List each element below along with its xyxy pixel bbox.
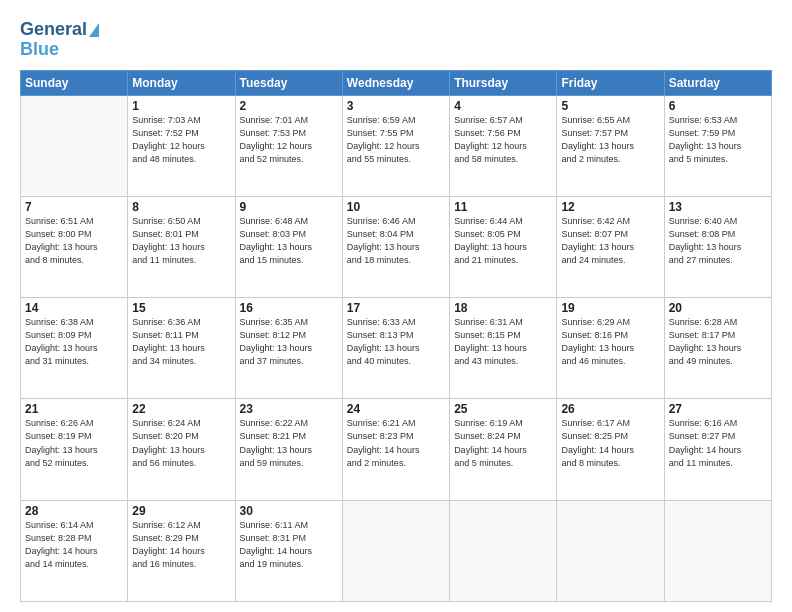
week-row-4: 21Sunrise: 6:26 AMSunset: 8:19 PMDayligh… [21,399,772,500]
day-number: 18 [454,301,552,315]
day-number: 13 [669,200,767,214]
day-info: Sunrise: 6:38 AMSunset: 8:09 PMDaylight:… [25,316,123,368]
logo-line1: General [20,20,99,40]
day-info: Sunrise: 6:44 AMSunset: 8:05 PMDaylight:… [454,215,552,267]
day-info: Sunrise: 6:55 AMSunset: 7:57 PMDaylight:… [561,114,659,166]
calendar-cell [664,500,771,601]
day-info: Sunrise: 6:46 AMSunset: 8:04 PMDaylight:… [347,215,445,267]
day-info: Sunrise: 6:16 AMSunset: 8:27 PMDaylight:… [669,417,767,469]
calendar-cell: 9Sunrise: 6:48 AMSunset: 8:03 PMDaylight… [235,196,342,297]
calendar-cell [557,500,664,601]
day-info: Sunrise: 6:50 AMSunset: 8:01 PMDaylight:… [132,215,230,267]
day-number: 8 [132,200,230,214]
day-number: 29 [132,504,230,518]
calendar-header: SundayMondayTuesdayWednesdayThursdayFrid… [21,70,772,95]
calendar-cell: 17Sunrise: 6:33 AMSunset: 8:13 PMDayligh… [342,298,449,399]
day-info: Sunrise: 6:24 AMSunset: 8:20 PMDaylight:… [132,417,230,469]
calendar-cell: 6Sunrise: 6:53 AMSunset: 7:59 PMDaylight… [664,95,771,196]
calendar-cell [21,95,128,196]
day-info: Sunrise: 6:57 AMSunset: 7:56 PMDaylight:… [454,114,552,166]
calendar-cell: 12Sunrise: 6:42 AMSunset: 8:07 PMDayligh… [557,196,664,297]
week-row-5: 28Sunrise: 6:14 AMSunset: 8:28 PMDayligh… [21,500,772,601]
logo-line2: Blue [20,40,59,60]
day-info: Sunrise: 6:48 AMSunset: 8:03 PMDaylight:… [240,215,338,267]
day-header-tuesday: Tuesday [235,70,342,95]
day-info: Sunrise: 6:14 AMSunset: 8:28 PMDaylight:… [25,519,123,571]
day-header-saturday: Saturday [664,70,771,95]
calendar-cell: 2Sunrise: 7:01 AMSunset: 7:53 PMDaylight… [235,95,342,196]
day-number: 30 [240,504,338,518]
day-number: 14 [25,301,123,315]
calendar-cell: 20Sunrise: 6:28 AMSunset: 8:17 PMDayligh… [664,298,771,399]
calendar-cell: 26Sunrise: 6:17 AMSunset: 8:25 PMDayligh… [557,399,664,500]
day-info: Sunrise: 6:26 AMSunset: 8:19 PMDaylight:… [25,417,123,469]
day-info: Sunrise: 6:31 AMSunset: 8:15 PMDaylight:… [454,316,552,368]
calendar-cell: 21Sunrise: 6:26 AMSunset: 8:19 PMDayligh… [21,399,128,500]
logo-text-general: General [20,20,87,40]
calendar-cell: 16Sunrise: 6:35 AMSunset: 8:12 PMDayligh… [235,298,342,399]
calendar-cell: 14Sunrise: 6:38 AMSunset: 8:09 PMDayligh… [21,298,128,399]
calendar-cell: 28Sunrise: 6:14 AMSunset: 8:28 PMDayligh… [21,500,128,601]
calendar-cell: 5Sunrise: 6:55 AMSunset: 7:57 PMDaylight… [557,95,664,196]
calendar-table: SundayMondayTuesdayWednesdayThursdayFrid… [20,70,772,602]
day-info: Sunrise: 6:12 AMSunset: 8:29 PMDaylight:… [132,519,230,571]
day-number: 17 [347,301,445,315]
day-info: Sunrise: 6:53 AMSunset: 7:59 PMDaylight:… [669,114,767,166]
day-info: Sunrise: 6:17 AMSunset: 8:25 PMDaylight:… [561,417,659,469]
day-info: Sunrise: 6:42 AMSunset: 8:07 PMDaylight:… [561,215,659,267]
calendar-cell: 8Sunrise: 6:50 AMSunset: 8:01 PMDaylight… [128,196,235,297]
day-info: Sunrise: 7:03 AMSunset: 7:52 PMDaylight:… [132,114,230,166]
day-number: 16 [240,301,338,315]
day-number: 5 [561,99,659,113]
day-number: 28 [25,504,123,518]
week-row-3: 14Sunrise: 6:38 AMSunset: 8:09 PMDayligh… [21,298,772,399]
calendar-cell: 13Sunrise: 6:40 AMSunset: 8:08 PMDayligh… [664,196,771,297]
logo-text-blue: Blue [20,40,59,60]
day-number: 3 [347,99,445,113]
calendar-cell: 4Sunrise: 6:57 AMSunset: 7:56 PMDaylight… [450,95,557,196]
calendar-cell: 24Sunrise: 6:21 AMSunset: 8:23 PMDayligh… [342,399,449,500]
day-info: Sunrise: 6:11 AMSunset: 8:31 PMDaylight:… [240,519,338,571]
calendar-cell: 15Sunrise: 6:36 AMSunset: 8:11 PMDayligh… [128,298,235,399]
day-number: 27 [669,402,767,416]
day-number: 23 [240,402,338,416]
day-number: 11 [454,200,552,214]
day-info: Sunrise: 7:01 AMSunset: 7:53 PMDaylight:… [240,114,338,166]
calendar-cell: 10Sunrise: 6:46 AMSunset: 8:04 PMDayligh… [342,196,449,297]
day-info: Sunrise: 6:21 AMSunset: 8:23 PMDaylight:… [347,417,445,469]
day-number: 20 [669,301,767,315]
calendar-cell: 7Sunrise: 6:51 AMSunset: 8:00 PMDaylight… [21,196,128,297]
day-info: Sunrise: 6:36 AMSunset: 8:11 PMDaylight:… [132,316,230,368]
day-number: 24 [347,402,445,416]
calendar-cell: 19Sunrise: 6:29 AMSunset: 8:16 PMDayligh… [557,298,664,399]
day-number: 25 [454,402,552,416]
day-info: Sunrise: 6:51 AMSunset: 8:00 PMDaylight:… [25,215,123,267]
logo-icon [89,23,99,37]
day-number: 4 [454,99,552,113]
day-info: Sunrise: 6:40 AMSunset: 8:08 PMDaylight:… [669,215,767,267]
calendar-cell: 23Sunrise: 6:22 AMSunset: 8:21 PMDayligh… [235,399,342,500]
calendar-cell: 25Sunrise: 6:19 AMSunset: 8:24 PMDayligh… [450,399,557,500]
week-row-1: 1Sunrise: 7:03 AMSunset: 7:52 PMDaylight… [21,95,772,196]
day-header-thursday: Thursday [450,70,557,95]
day-number: 9 [240,200,338,214]
day-number: 22 [132,402,230,416]
day-info: Sunrise: 6:28 AMSunset: 8:17 PMDaylight:… [669,316,767,368]
calendar-cell [342,500,449,601]
day-info: Sunrise: 6:22 AMSunset: 8:21 PMDaylight:… [240,417,338,469]
calendar-cell [450,500,557,601]
day-number: 15 [132,301,230,315]
day-info: Sunrise: 6:33 AMSunset: 8:13 PMDaylight:… [347,316,445,368]
calendar-cell: 1Sunrise: 7:03 AMSunset: 7:52 PMDaylight… [128,95,235,196]
calendar: SundayMondayTuesdayWednesdayThursdayFrid… [20,70,772,602]
day-info: Sunrise: 6:19 AMSunset: 8:24 PMDaylight:… [454,417,552,469]
day-number: 21 [25,402,123,416]
day-number: 1 [132,99,230,113]
calendar-cell: 18Sunrise: 6:31 AMSunset: 8:15 PMDayligh… [450,298,557,399]
day-info: Sunrise: 6:29 AMSunset: 8:16 PMDaylight:… [561,316,659,368]
day-number: 10 [347,200,445,214]
page: General Blue SundayMondayTuesdayWednesda… [0,0,792,612]
header: General Blue [20,20,772,60]
day-number: 26 [561,402,659,416]
day-number: 6 [669,99,767,113]
